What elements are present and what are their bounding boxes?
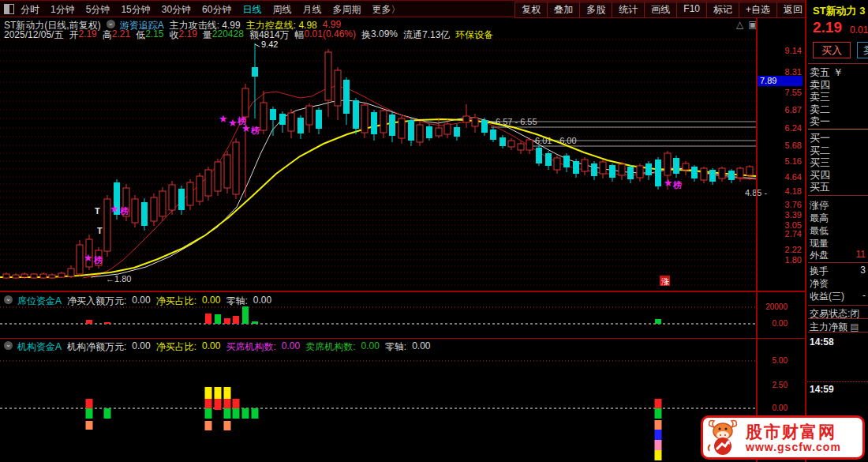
axis-price-3.39: 3.39 — [758, 210, 802, 220]
panel3-header-segment-3: 净买占比: — [156, 340, 196, 354]
field-label-外盘: 外盘 — [810, 249, 829, 262]
collapse-icon[interactable]: ⌄ — [4, 295, 13, 304]
svg-text:榜: 榜 — [672, 180, 682, 190]
ohlc-segment-9: 量 — [203, 28, 212, 42]
ohlc-segment-8: 2.19 — [178, 28, 196, 42]
logo-title: 股市财富网 — [746, 423, 841, 441]
trading-app-window: 分时1分钟5分钟15分钟30分钟60分钟日线周线月线多周期更多〉 复权叠加多股统… — [0, 0, 868, 462]
svg-text:★: ★ — [110, 203, 119, 215]
panel2-header-segment-6: 0.00 — [253, 295, 271, 308]
svg-text:★: ★ — [664, 177, 673, 189]
panel-divider — [0, 338, 806, 339]
sidebar-separator — [808, 129, 868, 130]
sidebar-stock-title: ST新动力 3 — [813, 4, 865, 18]
axis-price-2.74: 2.74 — [758, 229, 802, 239]
field-value-外盘: 11 — [856, 249, 866, 260]
ask-row-1[interactable]: 卖一 — [810, 115, 830, 129]
ohlc-segment-3: 高 — [103, 28, 112, 42]
sidebar-dotted-line — [806, 381, 868, 382]
svg-text:涨: 涨 — [661, 277, 669, 286]
sidebar-separator — [808, 318, 868, 319]
candlestick-chart[interactable]: 6.57 - 6.556.01 - 6.004.85 -9.42←1.80★榜★… — [0, 0, 806, 462]
ohlc-segment-0: 2025/12/05/五 — [4, 28, 63, 42]
panel3-header-segment-8: 0.00 — [361, 340, 379, 354]
axis-price-3.76: 3.76 — [758, 200, 802, 209]
axis-price-5.16: 5.16 — [758, 156, 802, 166]
ohlc-segment-16: 3.09% — [371, 28, 398, 42]
logo-url: www.gscfw.com — [746, 441, 841, 453]
price-tag: 7.89 — [758, 76, 803, 86]
ohlc-segment-10: 220428 — [212, 28, 244, 42]
axis-price-4.18: 4.18 — [758, 186, 802, 196]
axis-price-5.68: 5.68 — [758, 141, 802, 150]
axis-price-7.55: 7.55 — [758, 88, 802, 97]
ohlc-segment-2: 2.19 — [78, 28, 96, 42]
ohlc-segment-7: 收 — [169, 28, 178, 42]
axis-border — [756, 17, 758, 462]
ohlc-segment-6: 2.15 — [145, 28, 163, 42]
collapse-icon[interactable]: ⌄ — [4, 341, 13, 350]
ohlc-segment-12: 4814万 — [259, 28, 290, 42]
field-label-净资: 净资 — [810, 277, 829, 291]
bull-icon — [703, 418, 743, 457]
panel3-axis-2.50: 2.50 — [758, 381, 788, 389]
field-value-换手: 3 — [860, 265, 866, 276]
svg-text:榜: 榜 — [250, 126, 260, 135]
axis-price-6.87: 6.87 — [758, 105, 802, 115]
ohlc-segment-14: 0.01(0.46%) — [305, 28, 356, 42]
sidebar-separator — [808, 63, 868, 64]
field-label-收益(三): 收益(三) — [810, 290, 844, 303]
panel2-header-segment-0: 席位资金A — [17, 295, 62, 308]
svg-text:★: ★ — [228, 117, 238, 129]
panel2-header-segment-4: 0.00 — [202, 295, 220, 308]
panel3-header-segment-0: 机构资金A — [17, 340, 62, 354]
panel3-header-segment-6: 0.00 — [282, 340, 300, 354]
panel2-axis-20000: 20000 — [758, 302, 788, 311]
collapse-icon[interactable]: ⌄ — [107, 20, 115, 28]
triangle-icon[interactable]: △ — [736, 19, 748, 30]
panel3-header-segment-5: 买席机构数: — [226, 340, 275, 354]
svg-text:T: T — [95, 206, 100, 216]
last-price: 2.19 — [813, 19, 842, 36]
time-label-1: 14:58 — [810, 336, 834, 347]
sidebar-separator — [808, 195, 868, 196]
panel2-header-segment-5: 零轴: — [226, 295, 247, 308]
axis-price-4.64: 4.64 — [758, 172, 802, 182]
bid-row-5[interactable]: 买五 — [810, 180, 830, 194]
axis-price-2.22: 2.22 — [758, 245, 802, 254]
panel-divider — [0, 291, 806, 292]
window-icon[interactable]: ▣ — [748, 19, 761, 30]
panel3-axis-5.00: 5.00 — [758, 356, 788, 365]
axis-price-9.14: 9.14 — [758, 46, 802, 55]
ohlc-line: 2025/12/05/五开2.19高2.21低2.15收2.19量220428额… — [4, 28, 499, 42]
svg-text:★: ★ — [241, 122, 251, 134]
panel2-axis-0.00: 0.00 — [758, 319, 788, 328]
list-icon[interactable]: ▤ — [847, 321, 859, 332]
site-logo: 股市财富网 www.gscfw.com — [701, 415, 865, 460]
svg-text:T: T — [97, 226, 103, 235]
panel3-header-segment-2: 0.00 — [132, 340, 150, 354]
svg-text:★: ★ — [84, 252, 93, 264]
panel3-header-segment-9: 零轴: — [385, 340, 406, 354]
axis-price-1.80: 1.80 — [758, 255, 802, 265]
panel2-header: ⌄ 席位资金A净买入额万元:0.00净买占比:0.00零轴:0.00 — [4, 295, 277, 308]
sidebar-separator — [808, 262, 868, 263]
field-label-换手: 换手 — [810, 265, 829, 278]
axis-price-6.24: 6.24 — [758, 123, 802, 133]
panel3-header-segment-4: 0.00 — [202, 340, 220, 354]
time-label-2: 14:59 — [810, 384, 834, 395]
ohlc-segment-17: 流通 — [403, 28, 422, 42]
chart-corner-icons[interactable]: △▣ — [736, 19, 762, 30]
ohlc-segment-4: 2.21 — [112, 28, 130, 42]
sell-button[interactable]: 卖出 — [857, 42, 868, 58]
panel3-header: ⌄ 机构资金A机构净额万元:0.00净买占比:0.00买席机构数:0.00卖席机… — [4, 340, 436, 354]
svg-text:←1.80: ←1.80 — [106, 274, 131, 284]
buy-button[interactable]: 买入 — [813, 42, 851, 58]
panel3-header-segment-1: 机构净额万元: — [67, 340, 126, 354]
ohlc-segment-1: 开 — [69, 28, 78, 42]
ohlc-segment-19: 环保设备 — [455, 28, 493, 42]
ohlc-segment-11: 额 — [249, 28, 259, 42]
panel3-axis-0.00: 0.00 — [758, 404, 788, 412]
panel2-header-segment-2: 0.00 — [132, 295, 150, 308]
field-label-涨停: 涨停 — [810, 199, 829, 212]
